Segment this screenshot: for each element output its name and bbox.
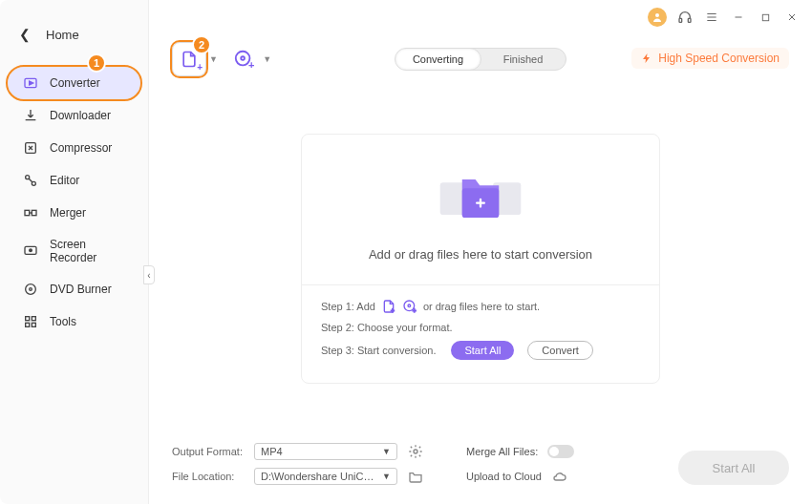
sidebar-item-merger[interactable]: Merger bbox=[0, 197, 148, 229]
output-format-value: MP4 bbox=[261, 446, 283, 457]
compressor-icon bbox=[23, 140, 38, 156]
output-settings-icon[interactable] bbox=[407, 443, 424, 460]
step-1-row: Step 1: Add + + or drag files here to st… bbox=[321, 299, 640, 314]
add-file-button[interactable]: 2 + bbox=[172, 42, 206, 76]
dvd-burner-icon bbox=[23, 282, 38, 297]
svg-text:+: + bbox=[413, 307, 417, 314]
merge-all-files-toggle[interactable] bbox=[547, 445, 574, 458]
output-format-select[interactable]: MP4 ▼ bbox=[254, 443, 397, 460]
chevron-down-icon: ▼ bbox=[382, 447, 391, 456]
toolbar: 2 + ▼ + ▼ bbox=[172, 42, 271, 76]
sidebar-item-label: Tools bbox=[50, 315, 76, 328]
sidebar-item-label: Converter bbox=[50, 76, 100, 90]
start-all-button-inline[interactable]: Start All bbox=[451, 341, 514, 360]
sidebar-item-label: Screen Recorder bbox=[50, 238, 133, 264]
screen-recorder-icon bbox=[23, 243, 38, 259]
file-location-select[interactable]: D:\Wondershare UniConverter 1 ▼ bbox=[254, 468, 397, 485]
drop-zone[interactable]: Add or drag files here to start conversi… bbox=[302, 135, 659, 284]
svg-rect-11 bbox=[26, 317, 30, 321]
chevron-down-icon: ▼ bbox=[382, 472, 391, 481]
step-2-row: Step 2: Choose your format. bbox=[321, 322, 640, 333]
sidebar-item-editor[interactable]: Editor bbox=[0, 164, 148, 197]
add-dvd-dropdown-caret[interactable]: ▼ bbox=[263, 54, 271, 64]
svg-text:+: + bbox=[391, 307, 395, 314]
sidebar-item-label: Editor bbox=[50, 174, 79, 187]
tab-finished[interactable]: Finished bbox=[481, 49, 566, 70]
callout-badge-1: 1 bbox=[87, 53, 106, 73]
upload-cloud-label: Upload to Cloud bbox=[466, 471, 542, 482]
sidebar-collapse-handle[interactable]: ‹ bbox=[143, 265, 155, 284]
bolt-icon bbox=[641, 52, 652, 64]
svg-point-28 bbox=[414, 450, 417, 453]
tab-segmented-control: Converting Finished bbox=[395, 48, 566, 71]
drop-text: Add or drag files here to start conversi… bbox=[317, 247, 644, 262]
svg-rect-14 bbox=[32, 323, 35, 326]
sidebar-item-label: DVD Burner bbox=[50, 283, 112, 296]
svg-point-20 bbox=[241, 56, 245, 60]
main-area: 2 + ▼ + ▼ Converting Finished High Speed… bbox=[149, 0, 812, 504]
editor-icon bbox=[23, 173, 38, 188]
convert-button-inline[interactable]: Convert bbox=[527, 341, 593, 360]
merger-icon bbox=[23, 205, 38, 220]
sidebar-item-screen-recorder[interactable]: Screen Recorder bbox=[0, 229, 148, 273]
merge-label: Merge All Files: bbox=[466, 446, 538, 457]
add-dvd-button[interactable]: + ▼ bbox=[233, 49, 271, 70]
tools-icon bbox=[23, 314, 38, 329]
svg-point-26 bbox=[408, 304, 411, 307]
file-location-value: D:\Wondershare UniConverter 1 bbox=[261, 471, 375, 482]
folder-plus-icon bbox=[433, 161, 528, 230]
step-3-row: Step 3: Start conversion. Start All Conv… bbox=[321, 341, 640, 360]
sidebar-item-compressor[interactable]: Compressor bbox=[0, 132, 148, 164]
svg-rect-12 bbox=[32, 317, 35, 321]
svg-point-8 bbox=[30, 249, 32, 252]
svg-rect-6 bbox=[32, 210, 36, 215]
sidebar-item-downloader[interactable]: Downloader bbox=[0, 99, 148, 132]
open-folder-icon[interactable] bbox=[407, 468, 424, 485]
downloader-icon bbox=[23, 108, 38, 123]
svg-rect-13 bbox=[26, 323, 30, 326]
steps-panel: Step 1: Add + + or drag files here to st… bbox=[302, 285, 659, 383]
tab-converting[interactable]: Converting bbox=[395, 48, 481, 71]
back-chevron-icon[interactable]: ❮ bbox=[19, 27, 31, 42]
sidebar-item-tools[interactable]: Tools bbox=[0, 305, 148, 338]
home-row: ❮ Home bbox=[0, 19, 148, 61]
sidebar: ❮ Home 1 Converter Downloader Compressor… bbox=[0, 0, 149, 504]
high-speed-conversion-badge[interactable]: High Speed Conversion bbox=[631, 48, 789, 69]
drop-card: Add or drag files here to start conversi… bbox=[301, 134, 660, 384]
footer: Output Format: MP4 ▼ Merge All Files: Fi… bbox=[172, 443, 789, 493]
add-dvd-inline-icon[interactable]: + bbox=[402, 299, 417, 314]
cloud-icon[interactable] bbox=[551, 468, 568, 485]
svg-point-9 bbox=[26, 284, 36, 295]
file-location-label: File Location: bbox=[172, 471, 245, 482]
home-label: Home bbox=[46, 28, 79, 42]
step1-pre: Step 1: Add bbox=[321, 301, 375, 312]
sidebar-item-converter[interactable]: 1 Converter bbox=[8, 67, 140, 99]
add-file-dropdown-caret[interactable]: ▼ bbox=[209, 54, 218, 64]
step2-text: Step 2: Choose your format. bbox=[321, 322, 453, 333]
sidebar-item-label: Merger bbox=[50, 206, 86, 220]
step1-post: or drag files here to start. bbox=[423, 301, 540, 312]
svg-marker-1 bbox=[30, 81, 33, 85]
callout-badge-2: 2 bbox=[192, 35, 211, 54]
step3-text: Step 3: Start conversion. bbox=[321, 345, 436, 356]
sidebar-item-label: Downloader bbox=[50, 109, 111, 122]
add-file-inline-icon[interactable]: + bbox=[381, 299, 396, 314]
converter-icon bbox=[23, 75, 38, 91]
svg-rect-5 bbox=[25, 210, 30, 215]
svg-point-10 bbox=[30, 288, 32, 291]
sidebar-item-dvd-burner[interactable]: DVD Burner bbox=[0, 273, 148, 305]
hsc-label: High Speed Conversion bbox=[658, 52, 780, 65]
sidebar-item-label: Compressor bbox=[50, 141, 112, 155]
start-all-button[interactable]: Start All bbox=[678, 451, 789, 485]
output-format-label: Output Format: bbox=[172, 446, 245, 457]
